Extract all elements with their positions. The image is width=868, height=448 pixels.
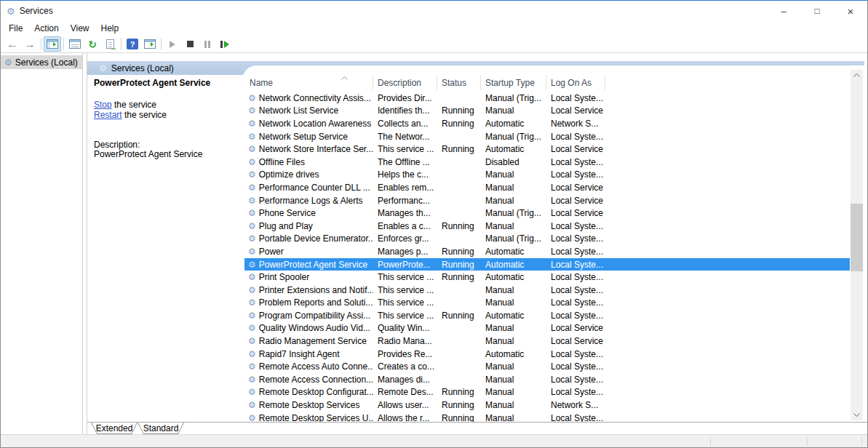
cell-text: Remote Des...	[378, 387, 434, 397]
table-row[interactable]: ⚙Optimize drivesHelps the c...ManualLoca…	[244, 169, 850, 182]
cell-text: Manual	[485, 387, 514, 397]
vertical-scrollbar[interactable]	[851, 70, 863, 420]
description-text: PowerProtect Agent Service	[94, 149, 202, 159]
table-row-selected[interactable]: ⚙PowerProtect Agent ServicePowerProte...…	[244, 258, 850, 271]
table-row[interactable]: ⚙Network Setup ServiceThe Networ...Manua…	[244, 130, 850, 143]
scroll-down-button[interactable]	[851, 409, 863, 420]
stop-service-button[interactable]	[181, 36, 199, 52]
properties-button[interactable]	[66, 36, 84, 52]
service-gear-icon: ⚙	[248, 247, 256, 256]
forward-button[interactable]: →	[21, 36, 39, 52]
cell-text: This service ...	[378, 144, 434, 154]
cell-text: Local Service	[551, 144, 603, 154]
cell-name: ⚙Network Setup Service	[244, 132, 373, 142]
cell-text: Running	[442, 260, 474, 270]
help-button[interactable]: ?	[124, 36, 141, 52]
table-row[interactable]: ⚙Network List ServiceIdentifies th...Run…	[244, 105, 850, 118]
cell-name: ⚙Network List Service	[244, 105, 373, 116]
scroll-up-button[interactable]	[851, 70, 863, 81]
cell-status: Running	[437, 260, 481, 270]
restart-service-link[interactable]: Restart	[94, 110, 122, 120]
cell-text: Local Syste...	[551, 247, 603, 257]
table-row[interactable]: ⚙Problem Reports and Soluti...This servi…	[244, 297, 850, 310]
stop-service-link[interactable]: Stop	[94, 100, 112, 110]
table-row[interactable]: ⚙Remote Desktop ServicesAllows user...Ru…	[244, 399, 850, 412]
cell-text: Local Syste...	[551, 413, 603, 422]
back-button[interactable]: ←	[4, 36, 21, 52]
cell-logon: Local Service	[546, 144, 605, 154]
table-row[interactable]: ⚙Print SpoolerThis service ...RunningAut…	[244, 271, 850, 284]
table-row[interactable]: ⚙Network Location AwarenessCollects an..…	[244, 117, 850, 130]
cell-name: ⚙Network Connectivity Assis...	[244, 93, 373, 103]
start-service-button[interactable]	[164, 36, 181, 52]
pause-service-button[interactable]	[199, 36, 216, 52]
selected-service-title: PowerProtect Agent Service	[94, 78, 247, 88]
table-row[interactable]: ⚙Portable Device Enumerator...Enforces g…	[244, 233, 850, 246]
column-header-description[interactable]: Description	[373, 75, 437, 90]
services-gear-icon: ⚙	[99, 64, 107, 73]
maximize-button[interactable]: □	[800, 1, 834, 21]
cell-logon: Local Syste...	[546, 157, 605, 167]
show-action-pane-button[interactable]	[141, 36, 159, 52]
services-gear-icon: ⚙	[4, 58, 12, 67]
tab-standard[interactable]: Standard	[138, 423, 184, 434]
table-row[interactable]: ⚙Remote Access Connection...Manages di..…	[244, 373, 850, 386]
close-button[interactable]: ×	[834, 1, 867, 21]
export-list-button[interactable]: →	[101, 36, 119, 52]
table-row[interactable]: ⚙Offline FilesThe Offline ...DisabledLoc…	[244, 156, 850, 169]
table-row[interactable]: ⚙Performance Logs & AlertsPerformanc...M…	[244, 194, 850, 207]
menu-action[interactable]: Action	[28, 22, 64, 35]
table-row[interactable]: ⚙Remote Desktop Services U...Allows the …	[244, 412, 850, 422]
cell-description: Creates a co...	[373, 361, 437, 372]
cell-status: Running	[437, 221, 481, 231]
tab-extended[interactable]: Extended	[91, 423, 138, 434]
cell-description: Collects an...	[373, 119, 437, 129]
show-console-tree-button[interactable]	[44, 36, 61, 52]
cell-text: Performance Logs & Alerts	[259, 196, 363, 206]
restart-service-button[interactable]	[216, 36, 234, 52]
cell-logon: Local Syste...	[546, 285, 605, 295]
refresh-button[interactable]: ↻	[84, 36, 101, 52]
column-header-status[interactable]: Status	[437, 75, 481, 90]
menu-help[interactable]: Help	[95, 22, 125, 35]
cell-text: Automatic	[485, 260, 524, 270]
table-row[interactable]: ⚙Remote Desktop Configurat...Remote Des.…	[244, 386, 850, 399]
table-row[interactable]: ⚙Rapid7 Insight AgentProvides Re...Autom…	[244, 348, 850, 361]
tree-item-services-local[interactable]: ⚙ Services (Local)	[1, 55, 82, 69]
export-list-icon: →	[106, 39, 114, 49]
cell-description: Remote Des...	[373, 387, 437, 397]
cell-text: The Offline ...	[378, 157, 430, 167]
table-row[interactable]: ⚙Network Connectivity Assis...Provides D…	[244, 92, 850, 105]
cell-text: Remote Desktop Services U...	[259, 413, 373, 422]
table-row[interactable]: ⚙Quality Windows Audio Vid...Quality Win…	[244, 322, 850, 335]
scrollbar-thumb[interactable]	[851, 204, 863, 271]
cell-text: Manual	[485, 323, 514, 333]
table-row[interactable]: ⚙Radio Management ServiceRadio Mana...Ma…	[244, 335, 850, 348]
minimize-button[interactable]: –	[767, 1, 800, 21]
stop-icon	[187, 41, 194, 47]
table-row[interactable]: ⚙Phone ServiceManages th...Manual (Trig.…	[244, 207, 850, 220]
menu-file[interactable]: File	[3, 22, 28, 35]
column-header-name[interactable]: Name	[244, 75, 373, 90]
cell-text: Automatic	[485, 272, 524, 282]
table-row[interactable]: ⚙Network Store Interface Ser...This serv…	[244, 143, 850, 156]
table-row[interactable]: ⚙Performance Counter DLL ...Enables rem.…	[244, 181, 850, 194]
cell-startup: Manual	[481, 361, 546, 372]
table-row[interactable]: ⚙Printer Extensions and Notif...This ser…	[244, 284, 850, 297]
service-gear-icon: ⚙	[248, 273, 256, 281]
table-row[interactable]: ⚙Plug and PlayEnables a c...RunningManua…	[244, 220, 850, 233]
menu-view[interactable]: View	[65, 22, 95, 35]
cell-text: Running	[442, 247, 474, 257]
service-gear-icon: ⚙	[248, 375, 256, 384]
table-row[interactable]: ⚙Remote Access Auto Conne...Creates a co…	[244, 360, 850, 373]
forward-arrow-icon: →	[24, 39, 36, 50]
table-row[interactable]: ⚙Program Compatibility Assi...This servi…	[244, 309, 850, 322]
cell-status: Running	[437, 400, 481, 410]
cell-text: Enables a c...	[378, 221, 431, 231]
column-header-log-on-as[interactable]: Log On As	[546, 75, 605, 90]
table-row[interactable]: ⚙PowerManages p...RunningAutomaticLocal …	[244, 245, 850, 258]
cell-text: Automatic	[485, 119, 524, 129]
service-gear-icon: ⚙	[248, 311, 256, 320]
toolbar-separator	[63, 38, 64, 50]
column-header-startup-type[interactable]: Startup Type	[481, 75, 546, 90]
